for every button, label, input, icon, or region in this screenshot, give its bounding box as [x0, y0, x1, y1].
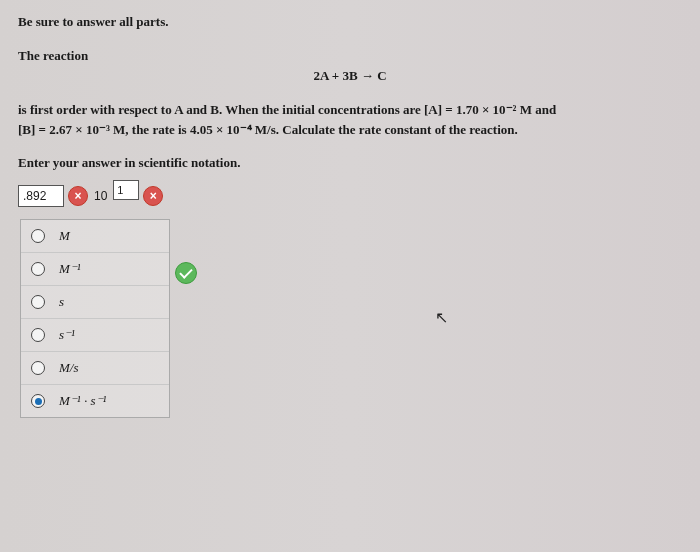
clear-exponent-button[interactable]: × — [143, 186, 163, 206]
unit-label: s⁻¹ — [59, 327, 75, 343]
clear-coefficient-button[interactable]: × — [68, 186, 88, 206]
radio-icon[interactable] — [31, 229, 45, 243]
cursor-icon: ↖ — [435, 308, 448, 327]
unit-label: M — [59, 228, 70, 244]
unit-label: s — [59, 294, 64, 310]
radio-icon[interactable] — [31, 361, 45, 375]
problem-line-2: [B] = 2.67 × 10⁻³ M, the rate is 4.05 × … — [18, 122, 518, 137]
problem-text: is first order with respect to A and B. … — [18, 100, 682, 139]
coefficient-input[interactable]: .892 — [18, 185, 64, 207]
unit-label: M/s — [59, 360, 79, 376]
unit-option-M-inverse-s-inverse[interactable]: M⁻¹ · s⁻¹ — [21, 385, 169, 417]
checkmark-icon — [175, 262, 197, 284]
unit-label: M⁻¹ — [59, 261, 81, 277]
times-ten-label: 10 — [94, 189, 107, 203]
exponent-input[interactable]: 1 — [113, 180, 139, 200]
radio-icon[interactable] — [31, 262, 45, 276]
unit-option-M[interactable]: M — [21, 220, 169, 253]
answer-input-row: .892 × 10 1 × — [18, 185, 682, 207]
radio-icon[interactable] — [31, 328, 45, 342]
unit-option-M-per-s[interactable]: M/s — [21, 352, 169, 385]
reaction-label: The reaction — [18, 48, 682, 64]
units-selection: M M⁻¹ s s⁻¹ M/s M⁻¹ · s⁻¹ — [20, 219, 170, 418]
scientific-notation-prompt: Enter your answer in scientific notation… — [18, 155, 682, 171]
unit-label: M⁻¹ · s⁻¹ — [59, 393, 106, 409]
problem-line-1: is first order with respect to A and B. … — [18, 102, 556, 117]
reaction-equation: 2A + 3B → C — [18, 68, 682, 84]
radio-icon[interactable] — [31, 295, 45, 309]
unit-option-s-inverse[interactable]: s⁻¹ — [21, 319, 169, 352]
unit-option-M-inverse[interactable]: M⁻¹ — [21, 253, 169, 286]
radio-icon[interactable] — [31, 394, 45, 408]
instruction-text: Be sure to answer all parts. — [18, 14, 682, 30]
unit-option-s[interactable]: s — [21, 286, 169, 319]
